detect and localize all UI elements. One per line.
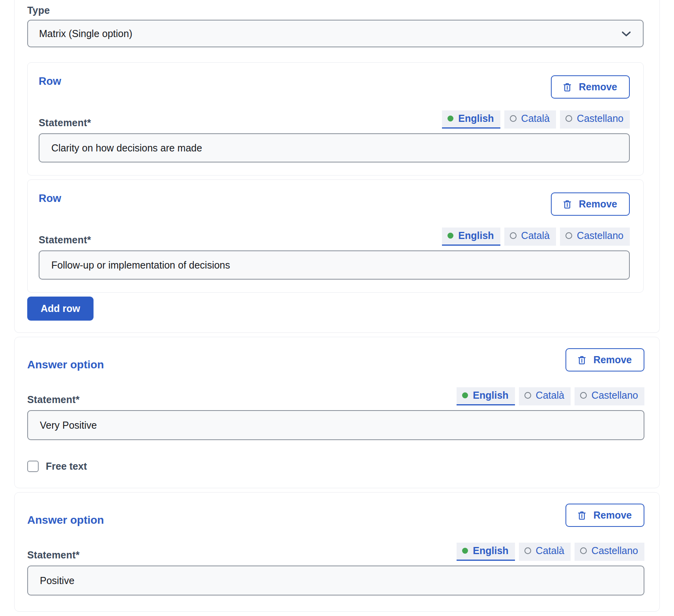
language-chip-catala[interactable]: Català <box>519 543 571 561</box>
row-heading: Row <box>39 75 61 88</box>
language-label: Català <box>536 390 564 401</box>
language-chip-catala[interactable]: Català <box>504 228 556 246</box>
language-label: English <box>458 230 494 241</box>
answer-option-card: Answer option Remove Statement* English … <box>14 337 660 488</box>
trash-icon <box>562 199 573 210</box>
language-selector: English Català Castellano <box>442 228 630 246</box>
language-label: Castellano <box>592 545 638 556</box>
language-label: Català <box>521 113 550 124</box>
language-selector: English Català Castellano <box>442 110 630 129</box>
chevron-down-icon <box>620 27 633 40</box>
language-label: Català <box>536 545 564 556</box>
free-text-option: Free text <box>27 461 644 472</box>
remove-label: Remove <box>579 81 617 93</box>
radio-icon <box>524 392 531 399</box>
free-text-checkbox[interactable] <box>27 461 39 472</box>
selected-radio-icon <box>447 233 453 239</box>
radio-icon <box>565 115 572 122</box>
question-type-select[interactable]: Matrix (Single option) <box>27 20 644 47</box>
language-chip-catala[interactable]: Català <box>519 387 571 405</box>
language-selector: English Català Castellano <box>457 543 644 561</box>
selected-radio-icon <box>447 116 453 121</box>
row-card: Row Remove Statement* English Català <box>27 62 644 175</box>
answer-option-card: Answer option Remove Statement* English … <box>14 492 660 612</box>
answer-option-heading: Answer option <box>27 358 104 371</box>
language-label: Castellano <box>577 113 623 124</box>
language-label: Castellano <box>577 230 623 241</box>
type-label: Type <box>27 5 644 16</box>
language-label: English <box>473 545 508 556</box>
radio-icon <box>565 232 572 239</box>
remove-answer-option-button[interactable]: Remove <box>565 348 644 371</box>
statement-label: Statement* <box>39 117 91 129</box>
language-label: English <box>458 113 494 124</box>
language-label: Català <box>521 230 550 241</box>
language-chip-english[interactable]: English <box>442 228 500 246</box>
remove-label: Remove <box>579 198 617 210</box>
language-chip-english[interactable]: English <box>442 110 500 129</box>
radio-icon <box>524 547 531 554</box>
remove-label: Remove <box>593 510 632 521</box>
language-chip-english[interactable]: English <box>457 387 515 405</box>
trash-icon <box>562 82 573 93</box>
free-text-label: Free text <box>46 461 87 472</box>
language-chip-english[interactable]: English <box>457 543 515 561</box>
statement-label: Statement* <box>39 234 91 246</box>
selected-radio-icon <box>462 548 468 554</box>
radio-icon <box>510 115 517 122</box>
language-chip-castellano[interactable]: Castellano <box>560 228 630 246</box>
question-editor-panel: Type Matrix (Single option) Row Remove S… <box>14 0 660 333</box>
statement-input[interactable] <box>39 250 630 280</box>
add-row-button[interactable]: Add row <box>27 297 94 321</box>
language-chip-catala[interactable]: Català <box>504 110 556 129</box>
radio-icon <box>580 392 587 399</box>
statement-label: Statement* <box>27 549 80 561</box>
answer-option-heading: Answer option <box>27 514 104 526</box>
remove-answer-option-button[interactable]: Remove <box>565 504 644 527</box>
statement-label: Statement* <box>27 394 80 405</box>
statement-input[interactable] <box>39 133 630 162</box>
language-chip-castellano[interactable]: Castellano <box>560 110 630 129</box>
language-chip-castellano[interactable]: Castellano <box>575 543 644 561</box>
language-label: English <box>473 390 508 401</box>
trash-icon <box>577 510 587 521</box>
language-chip-castellano[interactable]: Castellano <box>575 387 644 405</box>
trash-icon <box>577 355 587 366</box>
remove-label: Remove <box>593 354 632 366</box>
language-label: Castellano <box>592 390 638 401</box>
radio-icon <box>580 547 587 554</box>
row-heading: Row <box>39 192 61 205</box>
statement-input[interactable] <box>27 410 644 440</box>
remove-row-button[interactable]: Remove <box>551 192 630 216</box>
question-type-value: Matrix (Single option) <box>39 28 132 39</box>
row-card: Row Remove Statement* English Català <box>27 179 644 293</box>
language-selector: English Català Castellano <box>457 387 644 405</box>
statement-input[interactable] <box>27 566 644 595</box>
selected-radio-icon <box>462 392 468 398</box>
radio-icon <box>510 232 517 239</box>
remove-row-button[interactable]: Remove <box>551 75 630 99</box>
